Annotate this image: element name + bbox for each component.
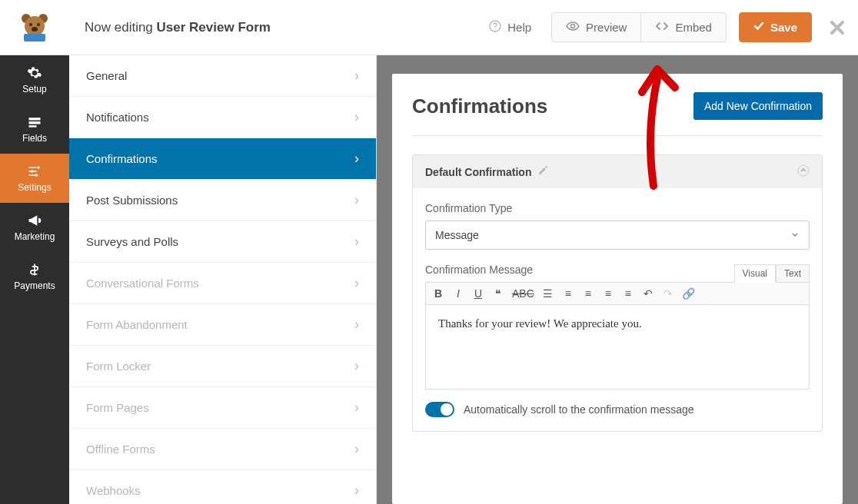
align-left-icon[interactable]: ≡ (582, 287, 594, 300)
confirmation-message-editor[interactable]: Thanks for your review! We appreciate yo… (425, 305, 810, 390)
canvas-area: Confirmations Add New Confirmation Defau… (377, 55, 858, 504)
chevron-right-icon: › (354, 482, 359, 499)
rail-marketing[interactable]: Marketing (0, 203, 69, 252)
help-icon (489, 20, 501, 35)
svg-point-6 (32, 27, 38, 32)
sidebar-item-form-locker: Form Locker› (69, 346, 376, 387)
chevron-right-icon: › (354, 275, 359, 291)
align-right-icon[interactable]: ≡ (622, 287, 634, 300)
add-confirmation-button[interactable]: Add New Confirmation (693, 92, 823, 120)
editing-label: Now editing User Review Form (85, 20, 271, 35)
rail-payments[interactable]: Payments (0, 252, 69, 301)
type-label: Confirmation Type (425, 202, 810, 214)
svg-rect-3 (24, 34, 45, 41)
sidebar-item-post-submissions[interactable]: Post Submissions› (69, 180, 376, 221)
svg-point-14 (31, 170, 33, 172)
eye-icon (566, 21, 580, 34)
chevron-right-icon: › (354, 151, 359, 167)
rail-setup[interactable]: Setup (0, 55, 69, 104)
sidebar-item-offline-forms: Offline Forms› (69, 429, 376, 470)
rail-settings[interactable]: Settings (0, 154, 69, 203)
help-button[interactable]: Help (475, 12, 545, 42)
svg-rect-11 (29, 121, 41, 124)
svg-point-13 (37, 166, 39, 168)
sidebar-item-confirmations[interactable]: Confirmations› (69, 138, 376, 180)
underline-icon[interactable]: U (472, 287, 484, 300)
sidebar-item-form-abandonment: Form Abandonment› (69, 304, 376, 346)
svg-point-8 (495, 28, 496, 29)
auto-scroll-label: Automatically scroll to the confirmation… (464, 403, 694, 416)
chevron-down-icon (790, 229, 800, 241)
chevron-right-icon: › (354, 317, 359, 333)
svg-point-9 (571, 25, 575, 28)
svg-point-5 (37, 23, 40, 26)
chevron-right-icon: › (354, 234, 359, 250)
save-button[interactable]: Save (739, 12, 812, 42)
chevron-right-icon: › (354, 358, 359, 374)
confirmations-panel: Confirmations Add New Confirmation Defau… (392, 74, 843, 504)
align-center-icon[interactable]: ≡ (602, 287, 614, 300)
svg-rect-12 (29, 125, 37, 128)
ol-icon[interactable]: ≡ (562, 287, 574, 300)
chevron-right-icon: › (354, 192, 359, 208)
check-icon (753, 21, 764, 34)
sidebar-item-surveys-and-polls[interactable]: Surveys and Polls› (69, 221, 376, 263)
svg-rect-10 (29, 118, 41, 120)
sidebar-item-form-pages: Form Pages› (69, 387, 376, 429)
app-logo (0, 0, 69, 55)
svg-point-2 (25, 16, 45, 36)
confirmation-type-select[interactable]: Message (425, 220, 810, 250)
preview-button[interactable]: Preview (551, 12, 641, 42)
close-icon[interactable] (829, 19, 846, 36)
confirmation-card: Default Confirmation Confirmation Type (412, 154, 823, 432)
panel-title: Confirmations (412, 94, 547, 118)
svg-point-16 (798, 165, 809, 176)
sidebar-item-notifications[interactable]: Notifications› (69, 97, 376, 138)
ul-icon[interactable]: ☰ (542, 287, 554, 300)
undo-icon[interactable]: ↶ (642, 287, 654, 300)
chevron-right-icon: › (354, 109, 359, 125)
msg-label: Confirmation Message (425, 264, 533, 276)
sidebar-item-webhooks: Webhooks› (69, 470, 376, 504)
sidebar-item-general[interactable]: General› (69, 55, 376, 97)
chevron-right-icon: › (354, 68, 359, 84)
quote-icon[interactable]: ❝ (492, 287, 504, 300)
tab-text[interactable]: Text (776, 264, 810, 283)
top-bar: Now editing User Review Form Help Previe… (0, 0, 858, 55)
italic-icon[interactable]: I (452, 287, 464, 300)
rail-fields[interactable]: Fields (0, 104, 69, 154)
chevron-up-icon[interactable] (797, 164, 810, 179)
tab-visual[interactable]: Visual (734, 264, 776, 283)
embed-button[interactable]: Embed (641, 12, 727, 42)
strike-icon[interactable]: ABC (512, 287, 534, 300)
pencil-icon[interactable] (537, 165, 548, 178)
settings-sidebar: General›Notifications›Confirmations›Post… (69, 55, 377, 504)
nav-rail: Setup Fields Settings Marketing Payments (0, 55, 69, 504)
auto-scroll-toggle[interactable] (425, 402, 454, 417)
code-icon (655, 21, 669, 34)
svg-point-4 (29, 23, 32, 26)
redo-icon[interactable]: ↷ (662, 287, 674, 300)
sidebar-item-conversational-forms: Conversational Forms› (69, 263, 376, 304)
link-icon[interactable]: 🔗 (682, 287, 695, 300)
chevron-right-icon: › (354, 441, 359, 457)
chevron-right-icon: › (354, 400, 359, 416)
bold-icon[interactable]: B (432, 287, 444, 300)
card-header[interactable]: Default Confirmation (413, 155, 822, 188)
svg-point-15 (35, 174, 38, 176)
editor-toolbar: B I U ❝ ABC ☰ ≡ ≡ ≡ ≡ ↶ ↷ 🔗 (425, 282, 810, 305)
